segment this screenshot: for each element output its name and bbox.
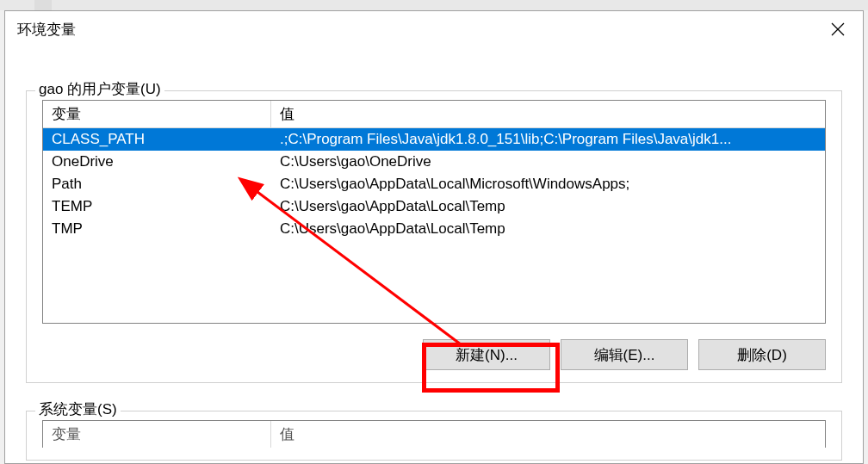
- dialog-title: 环境变量: [17, 20, 76, 40]
- cell-value: C:\Users\gao\OneDrive: [271, 151, 825, 173]
- table-row[interactable]: OneDriveC:\Users\gao\OneDrive: [43, 151, 825, 173]
- cell-variable: TEMP: [43, 195, 271, 218]
- table-row[interactable]: TMPC:\Users\gao\AppData\Local\Temp: [43, 218, 825, 240]
- table-row[interactable]: CLASS_PATH.;C:\Program Files\Java\jdk1.8…: [43, 128, 825, 151]
- user-vars-label: gao 的用户变量(U): [35, 79, 164, 99]
- cell-value: C:\Users\gao\AppData\Local\Temp: [271, 195, 825, 218]
- cell-value: C:\Users\gao\AppData\Local\Microsoft\Win…: [271, 173, 825, 195]
- close-button[interactable]: [822, 16, 854, 42]
- background-browser-tabs: [0, 0, 868, 10]
- cell-value: .;C:\Program Files\Java\jdk1.8.0_151\lib…: [271, 128, 825, 151]
- delete-button[interactable]: 删除(D): [698, 339, 826, 370]
- sys-vars-group: 系统变量(S) 变量 值: [26, 411, 842, 461]
- cell-value: C:\Users\gao\AppData\Local\Temp: [271, 218, 825, 240]
- table-row[interactable]: PathC:\Users\gao\AppData\Local\Microsoft…: [43, 173, 825, 195]
- dialog-body: gao 的用户变量(U) 变量 值 CLASS_PATH.;C:\Program…: [5, 47, 863, 461]
- col-header-variable-sys[interactable]: 变量: [43, 421, 271, 448]
- env-vars-dialog: 环境变量 gao 的用户变量(U) 变量 值 CLASS_PATH.;C:\Pr…: [4, 10, 864, 464]
- cell-variable: OneDrive: [43, 151, 271, 173]
- table-header: 变量 值: [43, 101, 825, 128]
- cell-variable: Path: [43, 173, 271, 195]
- table-body: CLASS_PATH.;C:\Program Files\Java\jdk1.8…: [43, 128, 825, 323]
- cell-variable: CLASS_PATH: [43, 128, 271, 151]
- user-vars-table: 变量 值 CLASS_PATH.;C:\Program Files\Java\j…: [42, 100, 826, 324]
- user-vars-group: gao 的用户变量(U) 变量 值 CLASS_PATH.;C:\Program…: [26, 90, 842, 383]
- sys-vars-label: 系统变量(S): [35, 399, 121, 419]
- new-button[interactable]: 新建(N)...: [423, 339, 550, 370]
- dialog-titlebar: 环境变量: [5, 11, 863, 47]
- col-header-value-sys[interactable]: 值: [271, 421, 825, 448]
- col-header-value[interactable]: 值: [271, 101, 825, 127]
- table-row[interactable]: TEMPC:\Users\gao\AppData\Local\Temp: [43, 195, 825, 218]
- col-header-variable[interactable]: 变量: [43, 101, 271, 127]
- cell-variable: TMP: [43, 218, 271, 240]
- sys-vars-table: 变量 值: [42, 420, 826, 448]
- edit-button[interactable]: 编辑(E)...: [561, 339, 688, 370]
- close-icon: [831, 22, 845, 36]
- table-header-sys: 变量 值: [43, 421, 825, 448]
- user-vars-buttons: 新建(N)... 编辑(E)... 删除(D): [42, 339, 826, 370]
